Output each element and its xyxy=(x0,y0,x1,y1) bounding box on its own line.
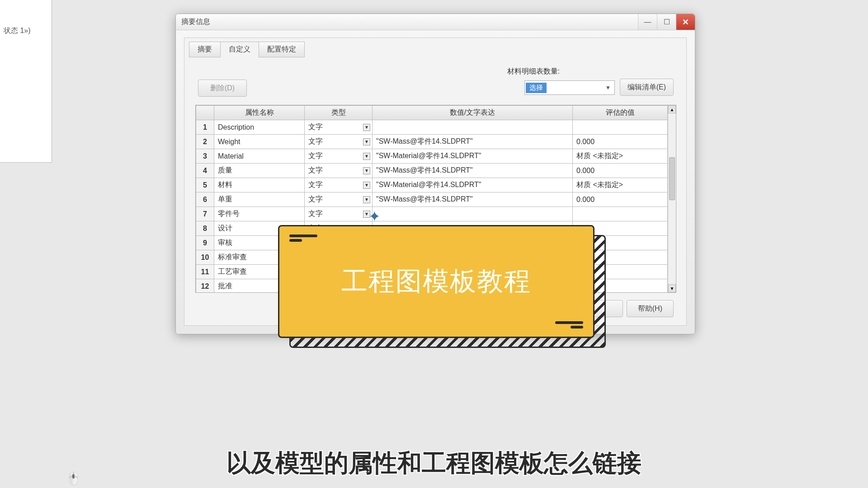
cell-eval: 0.000 xyxy=(573,135,668,149)
tab-config[interactable]: 配置特定 xyxy=(259,42,305,57)
cell-type[interactable]: 文字▼ xyxy=(305,135,373,149)
header-rownum xyxy=(196,106,214,120)
help-button[interactable]: 帮助(H) xyxy=(627,300,674,317)
cell-type[interactable]: 文字▼ xyxy=(305,164,373,178)
cell-expr[interactable] xyxy=(373,207,573,221)
cell-name[interactable]: 单重 xyxy=(214,192,305,207)
callout-text: 工程图模板教程 xyxy=(341,264,531,299)
tab-custom[interactable]: 自定义 xyxy=(220,42,259,57)
dropdown-icon[interactable]: ▼ xyxy=(363,138,370,145)
cell-type[interactable]: 文字▼ xyxy=(305,207,373,221)
cell-name[interactable]: 零件号 xyxy=(214,207,305,221)
cell-name[interactable]: Weight xyxy=(214,135,305,149)
callout-banner: 工程图模板教程 xyxy=(278,225,594,338)
cell-eval: 材质 <未指定> xyxy=(573,149,668,164)
cell-expr[interactable]: "SW-Mass@零件14.SLDPRT" xyxy=(373,192,573,207)
material-qty-select[interactable]: 选择 ▼ xyxy=(524,80,615,95)
table-row[interactable]: 6单重文字▼"SW-Mass@零件14.SLDPRT"0.000 xyxy=(196,192,668,207)
table-row[interactable]: 4质量文字▼"SW-Mass@零件14.SLDPRT"0.000 xyxy=(196,164,668,178)
material-qty-label: 材料明细表数量: xyxy=(507,67,560,76)
cell-expr[interactable]: "SW-Material@零件14.SLDPRT" xyxy=(373,178,573,192)
window-buttons: — ☐ ✕ xyxy=(638,14,695,30)
dropdown-icon[interactable]: ▼ xyxy=(363,211,370,218)
vertical-scrollbar[interactable]: ▲ ▼ xyxy=(668,105,676,292)
dropdown-icon[interactable]: ▼ xyxy=(363,182,370,189)
table-row[interactable]: 1Description文字▼ xyxy=(196,120,668,135)
delete-button[interactable]: 删除(D) xyxy=(198,80,247,97)
cell-eval: 0.000 xyxy=(573,164,668,178)
cell-expr[interactable]: "SW-Mass@零件14.SLDPRT" xyxy=(373,164,573,178)
cell-rownum: 7 xyxy=(196,207,214,221)
table-row[interactable]: 5材料文字▼"SW-Material@零件14.SLDPRT"材质 <未指定> xyxy=(196,178,668,192)
cell-rownum: 6 xyxy=(196,192,214,207)
cell-rownum: 9 xyxy=(196,236,214,250)
cell-rownum: 5 xyxy=(196,178,214,192)
maximize-button[interactable]: ☐ xyxy=(657,14,676,30)
cell-rownum: 10 xyxy=(196,250,214,265)
table-row[interactable]: 7零件号文字▼ xyxy=(196,207,668,221)
cell-eval: 材质 <未指定> xyxy=(573,178,668,192)
bg-status-text: 状态 1») xyxy=(4,26,31,36)
cell-expr[interactable]: "SW-Material@零件14.SLDPRT" xyxy=(373,149,573,164)
subtitle-text: 以及模型的属性和工程图模板怎么链接 xyxy=(0,447,868,480)
cell-type[interactable]: 文字▼ xyxy=(305,178,373,192)
cell-expr[interactable]: "SW-Mass@零件14.SLDPRT" xyxy=(373,135,573,149)
dropdown-icon[interactable]: ▼ xyxy=(363,167,370,174)
tab-summary[interactable]: 摘要 xyxy=(189,42,221,57)
header-type: 类型 xyxy=(305,106,373,120)
cell-rownum: 12 xyxy=(196,279,214,293)
cell-type[interactable]: 文字▼ xyxy=(305,149,373,164)
table-row[interactable]: 2Weight文字▼"SW-Mass@零件14.SLDPRT"0.000 xyxy=(196,135,668,149)
tabs: 摘要 自定义 配置特定 xyxy=(189,42,304,57)
table-row[interactable]: 3Material文字▼"SW-Material@零件14.SLDPRT"材质 … xyxy=(196,149,668,164)
cell-name[interactable]: 材料 xyxy=(214,178,305,192)
cell-rownum: 8 xyxy=(196,221,214,236)
cell-rownum: 4 xyxy=(196,164,214,178)
cell-name[interactable]: Material xyxy=(214,149,305,164)
close-button[interactable]: ✕ xyxy=(676,14,695,30)
cell-name[interactable]: 质量 xyxy=(214,164,305,178)
cell-expr[interactable] xyxy=(373,120,573,135)
header-name: 属性名称 xyxy=(214,106,305,120)
chevron-down-icon: ▼ xyxy=(602,84,614,91)
dropdown-icon[interactable]: ▼ xyxy=(363,153,370,160)
cell-rownum: 11 xyxy=(196,265,214,279)
cell-eval xyxy=(573,207,668,221)
cell-eval xyxy=(573,120,668,135)
scroll-up-icon[interactable]: ▲ xyxy=(668,105,676,113)
cell-type[interactable]: 文字▼ xyxy=(305,120,373,135)
minimize-button[interactable]: — xyxy=(638,14,657,30)
cell-name[interactable]: Description xyxy=(214,120,305,135)
dropdown-icon[interactable]: ▼ xyxy=(363,196,370,203)
dialog-title: 摘要信息 xyxy=(181,17,210,27)
cell-type[interactable]: 文字▼ xyxy=(305,192,373,207)
dropdown-icon[interactable]: ▼ xyxy=(363,124,370,131)
cell-rownum: 3 xyxy=(196,149,214,164)
scroll-down-icon[interactable]: ▼ xyxy=(668,284,676,292)
dialog-titlebar[interactable]: 摘要信息 — ☐ ✕ xyxy=(176,14,695,30)
cell-eval: 0.000 xyxy=(573,192,668,207)
background-panel: 状态 1») xyxy=(0,0,52,163)
cell-rownum: 2 xyxy=(196,135,214,149)
select-value: 选择 xyxy=(526,83,547,93)
dash-decoration-br xyxy=(555,321,583,328)
dash-decoration-tl xyxy=(289,235,317,242)
edit-list-button[interactable]: 编辑清单(E) xyxy=(620,79,674,96)
scroll-thumb[interactable] xyxy=(669,157,675,200)
header-expr: 数值/文字表达 xyxy=(373,106,573,120)
header-eval: 评估的值 xyxy=(573,106,668,120)
cell-rownum: 1 xyxy=(196,120,214,135)
